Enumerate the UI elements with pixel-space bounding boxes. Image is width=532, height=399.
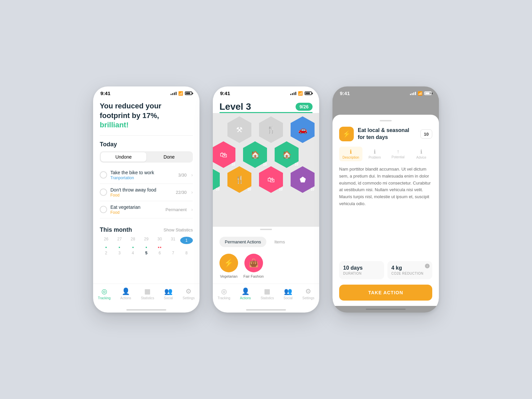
svg-text:10: 10 xyxy=(311,188,315,191)
tab-advice[interactable]: ℹ Advice xyxy=(410,147,432,161)
wifi-icon-2: 📶 xyxy=(298,91,303,96)
home-indicator-3 xyxy=(366,309,406,310)
action-chip-fashion[interactable]: 👜 Fair Fashion xyxy=(243,254,264,278)
svg-text:🏠: 🏠 xyxy=(282,150,292,159)
co2-info-icon[interactable]: i xyxy=(425,264,430,268)
home-indicator-1 xyxy=(126,309,166,311)
status-icons-3: 📶 xyxy=(410,91,432,96)
status-bar-1: 9:41 📶 xyxy=(93,86,200,98)
actions-icon-2: 👤 xyxy=(241,287,250,295)
toggle-undone[interactable]: Undone xyxy=(101,152,146,162)
cal-today: 1 xyxy=(180,237,193,244)
actions-tabs: Permanent Actions Items xyxy=(213,232,319,250)
nav-statistics-2[interactable]: ▦ Statistics xyxy=(261,287,274,300)
svg-text:10: 10 xyxy=(263,163,267,166)
stat-duration: 10 days DURATION xyxy=(339,261,384,279)
nav-settings-2[interactable]: ⚙ Settings xyxy=(302,287,314,300)
nav-actions-2[interactable]: 👤 Actions xyxy=(240,287,251,300)
screen1-content: You reduced your footprint by 17%, brill… xyxy=(93,98,200,284)
calendar-row-2: 2 3 4 5 6 7 8 xyxy=(100,251,193,255)
nav-social-1[interactable]: 👥 Social xyxy=(164,287,173,300)
cal-day: 7 xyxy=(167,251,179,255)
level-header: Level 3 9/26 xyxy=(213,98,319,112)
card-icon: ⚡ xyxy=(339,127,354,141)
cal-day: 4 xyxy=(127,251,139,255)
time-2: 9:41 xyxy=(220,90,230,96)
potential-icon: ↑ xyxy=(397,149,399,155)
social-icon-1: 👥 xyxy=(164,287,173,295)
detail-card: ⚡ Eat local & seasonal for ten days 10 ℹ… xyxy=(332,115,439,306)
tab-description[interactable]: ℹ Description xyxy=(339,147,362,161)
battery-icon-2 xyxy=(305,91,312,95)
phone-tracking: 9:41 📶 You reduced your footprint by 17 xyxy=(93,86,200,313)
tab-problem[interactable]: ℹ Problem xyxy=(364,147,386,161)
nav-tracking[interactable]: ◎ Tracking xyxy=(98,287,111,300)
nav-tracking-2[interactable]: ◎ Tracking xyxy=(218,287,230,300)
task-checkbox-3[interactable] xyxy=(100,206,107,213)
description-text: Nam porttitor blandit accumsan. Ut vel d… xyxy=(339,166,432,256)
signal-icon-3 xyxy=(410,92,416,95)
home-indicator-2 xyxy=(246,309,286,311)
status-icons-2: 📶 xyxy=(290,91,312,96)
bottom-nav-2: ◎ Tracking 👤 Actions ▦ Statistics 👥 Soci… xyxy=(213,284,319,307)
toggle-done[interactable]: Done xyxy=(146,152,192,162)
tracking-icon-2: ◎ xyxy=(221,287,227,295)
task-checkbox-2[interactable] xyxy=(100,189,107,196)
cal-day: 3 xyxy=(113,251,126,255)
cal-day: 8 xyxy=(180,251,193,255)
svg-text:10: 10 xyxy=(216,188,220,191)
take-action-button[interactable]: TAKE ACTION xyxy=(339,285,432,301)
task-item-1[interactable]: Take the bike to work Tranportation 3/30… xyxy=(100,167,193,184)
svg-text:🚗: 🚗 xyxy=(298,125,308,134)
task-info-1: Take the bike to work Tranportation xyxy=(110,170,175,180)
chevron-icon-2: › xyxy=(191,190,193,195)
svg-text:🏠: 🏠 xyxy=(251,150,260,159)
screens-container: 9:41 📶 You reduced your footprint by 17 xyxy=(80,60,452,339)
chevron-icon-3: › xyxy=(191,207,193,212)
status-bar-3: 9:41 📶 xyxy=(332,86,439,98)
cal-day: 31 xyxy=(167,237,179,244)
svg-text:🍴: 🍴 xyxy=(267,125,276,134)
task-checkbox-1[interactable] xyxy=(100,171,107,179)
svg-text:10: 10 xyxy=(231,163,235,166)
signal-icon-1 xyxy=(171,92,177,95)
fashion-icon: 👜 xyxy=(244,254,263,272)
nav-social-2[interactable]: 👥 Social xyxy=(284,287,293,300)
bottom-nav-1: ◎ Tracking 👤 Actions ▦ Statistics 👥 Soci… xyxy=(93,284,200,307)
card-points: 10 xyxy=(420,129,432,139)
problem-icon: ℹ xyxy=(374,149,376,155)
statistics-icon-1: ▦ xyxy=(144,287,151,295)
svg-text:🛍: 🛍 xyxy=(267,176,275,184)
detail-tabs: ℹ Description ℹ Problem ↑ Potential ℹ Ad… xyxy=(339,147,432,161)
today-section: Today Undone Done Take the bike to work … xyxy=(100,141,193,218)
battery-icon-1 xyxy=(185,91,192,95)
task-item-2[interactable]: Don't throw away food Food 22/30 › xyxy=(100,184,193,201)
hexagon-map[interactable]: ⚒ 🍴 🚗 🛍 10 🏠 10 🏠 10 🏠 10 xyxy=(213,113,319,227)
cal-day: 30 xyxy=(153,237,166,244)
task-item-3[interactable]: Eat vegetarian Food Permanent › xyxy=(100,201,193,218)
tab-potential[interactable]: ↑ Potential xyxy=(387,147,409,161)
nav-settings-1[interactable]: ⚙ Settings xyxy=(183,287,195,300)
card-title: Eat local & seasonal for ten days xyxy=(358,127,416,141)
task-toggle[interactable]: Undone Done xyxy=(100,151,193,163)
stats-row: 10 days DURATION 4 kg CO2E REDUCTION i xyxy=(339,261,432,279)
nav-statistics-1[interactable]: ▦ Statistics xyxy=(141,287,154,300)
statistics-icon-2: ▦ xyxy=(264,287,270,295)
calendar-dots-1 xyxy=(100,246,193,248)
svg-text:10: 10 xyxy=(279,188,283,191)
action-chip-vegetarian[interactable]: ⚡ Vegetarian xyxy=(219,254,238,278)
action-items-list: ⚡ Vegetarian 👜 Fair Fashion xyxy=(213,250,319,284)
tab-permanent-actions[interactable]: Permanent Actions xyxy=(219,237,266,247)
cal-day: 2 xyxy=(100,251,112,255)
tab-items[interactable]: Items xyxy=(269,237,290,247)
nav-actions-1[interactable]: 👤 Actions xyxy=(120,287,131,300)
svg-text:🛍: 🛍 xyxy=(220,151,227,159)
wifi-icon-3: 📶 xyxy=(418,91,423,96)
svg-text:⚒: ⚒ xyxy=(236,126,243,134)
description-icon: ℹ xyxy=(350,149,352,155)
svg-text:10: 10 xyxy=(295,163,299,166)
wifi-icon-1: 📶 xyxy=(178,91,183,96)
cal-day: 6 xyxy=(153,251,166,255)
signal-icon-2 xyxy=(290,92,296,95)
stat-co2: 4 kg CO2E REDUCTION i xyxy=(387,261,432,279)
